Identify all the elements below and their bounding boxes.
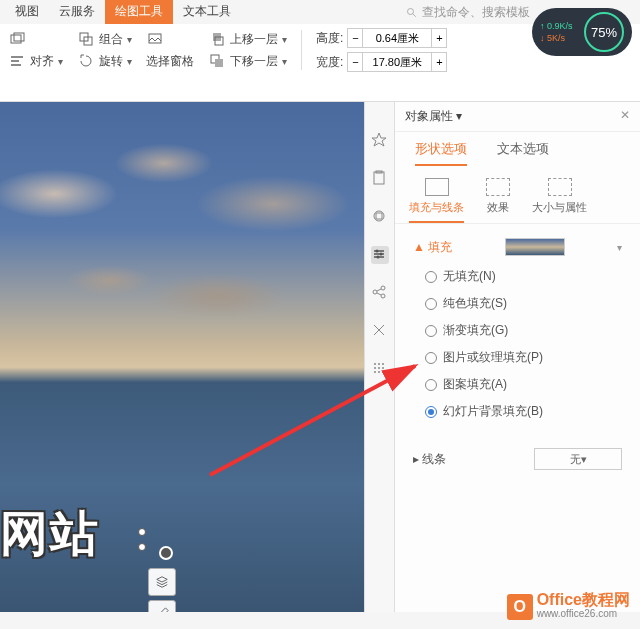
float-btn-layers[interactable] — [148, 568, 176, 596]
selection-handle[interactable] — [138, 543, 146, 551]
selection-handle-dark[interactable] — [159, 546, 173, 560]
tab-shape-options[interactable]: 形状选项 — [415, 140, 467, 166]
svg-point-32 — [382, 371, 384, 373]
subtab-size-props[interactable]: 大小与属性 — [532, 178, 587, 223]
side-tool-icon[interactable] — [371, 322, 389, 340]
send-backward-icon — [208, 52, 226, 70]
object-properties-panel: 对象属性 ▾ ✕ 形状选项 文本选项 填充与线条 效果 大小与属性 ▲ 填充 — [394, 102, 640, 612]
svg-point-25 — [378, 363, 380, 365]
svg-point-20 — [376, 256, 379, 259]
svg-point-31 — [378, 371, 380, 373]
height-increment[interactable]: + — [431, 28, 447, 48]
combine-label: 组合 — [99, 31, 123, 48]
combine-icon — [77, 30, 95, 48]
watermark-url: www.office26.com — [537, 607, 630, 621]
side-share-icon[interactable] — [371, 284, 389, 302]
tab-view[interactable]: 视图 — [5, 0, 49, 24]
svg-point-9 — [408, 8, 414, 14]
svg-point-24 — [374, 363, 376, 365]
svg-point-26 — [382, 363, 384, 365]
svg-point-22 — [381, 286, 385, 290]
width-decrement[interactable]: − — [347, 52, 363, 72]
svg-point-21 — [373, 290, 377, 294]
width-increment[interactable]: + — [431, 52, 447, 72]
svg-rect-14 — [374, 172, 384, 184]
speed-widget[interactable]: ↑ 0.9K/s ↓ 5K/s 75% — [532, 8, 632, 56]
side-star-icon[interactable] — [371, 132, 389, 150]
btn-selection-pane[interactable]: 选择窗格 — [146, 53, 194, 70]
bring-forward-icon — [208, 30, 226, 48]
shape-icon — [8, 30, 26, 48]
slide-title-text[interactable]: 网站 — [0, 502, 100, 566]
watermark: O Office教程网 www.office26.com — [507, 593, 630, 621]
svg-rect-17 — [376, 213, 382, 219]
dropdown-icon: ▾ — [282, 34, 287, 45]
side-clipboard-icon[interactable] — [371, 170, 389, 188]
height-decrement[interactable]: − — [347, 28, 363, 48]
selection-handle[interactable] — [138, 528, 146, 536]
svg-point-23 — [381, 294, 385, 298]
radio-picture-fill[interactable]: 图片或纹理填充(P) — [425, 349, 622, 366]
subtab-fill-line[interactable]: 填充与线条 — [409, 178, 464, 223]
subtab-effects[interactable]: 效果 — [486, 178, 510, 223]
panel-close-icon[interactable]: ✕ — [620, 108, 630, 125]
svg-point-29 — [382, 367, 384, 369]
align-label: 对齐 — [30, 53, 54, 70]
slide-canvas[interactable]: 网站 — [0, 102, 364, 612]
height-value[interactable]: 0.64厘米 — [363, 28, 431, 48]
btn-rotate-menu[interactable]: 旋转 ▾ — [77, 52, 132, 70]
side-icon-bar — [364, 102, 394, 612]
btn-combine-menu[interactable]: 组合 ▾ — [77, 30, 132, 48]
btn-bring-forward[interactable]: 上移一层 ▾ — [208, 30, 287, 48]
radio-gradient-fill[interactable]: 渐变填充(G) — [425, 322, 622, 339]
tab-texttools[interactable]: 文本工具 — [173, 0, 241, 24]
radio-no-fill[interactable]: 无填充(N) — [425, 268, 622, 285]
size-props-icon — [548, 178, 572, 196]
radio-pattern-fill[interactable]: 图案填充(A) — [425, 376, 622, 393]
width-value[interactable]: 17.80厘米 — [363, 52, 431, 72]
svg-point-19 — [379, 253, 382, 256]
svg-point-27 — [374, 367, 376, 369]
watermark-title: Office教程网 — [537, 593, 630, 607]
svg-point-18 — [375, 250, 378, 253]
side-settings-icon[interactable] — [371, 246, 389, 264]
widget-stats: ↑ 0.9K/s ↓ 5K/s — [540, 20, 573, 44]
btn-group-top[interactable] — [8, 30, 63, 48]
swatch-dropdown-icon[interactable]: ▾ — [617, 242, 622, 253]
effects-icon — [486, 178, 510, 196]
svg-rect-1 — [14, 33, 24, 41]
float-btn-brush[interactable] — [148, 600, 176, 612]
btn-align-menu[interactable]: 对齐 ▾ — [8, 52, 63, 70]
width-label: 宽度: — [316, 54, 343, 71]
svg-rect-0 — [11, 35, 21, 43]
watermark-logo-icon: O — [507, 594, 533, 620]
bring-forward-label: 上移一层 — [230, 31, 278, 48]
fill-line-icon — [425, 178, 449, 196]
svg-point-28 — [378, 367, 380, 369]
fill-preview-swatch[interactable] — [505, 238, 565, 256]
rotate-icon — [77, 52, 95, 70]
dropdown-icon: ▾ — [127, 56, 132, 67]
selpane-label: 选择窗格 — [146, 53, 194, 70]
widget-percent: 75% — [584, 12, 624, 52]
height-label: 高度: — [316, 30, 343, 47]
panel-title[interactable]: 对象属性 ▾ — [405, 108, 462, 125]
btn-send-backward[interactable]: 下移一层 ▾ — [208, 52, 287, 70]
side-grid-icon[interactable] — [371, 360, 389, 378]
tab-cloud[interactable]: 云服务 — [49, 0, 105, 24]
tab-text-options[interactable]: 文本选项 — [497, 140, 549, 166]
fill-section-title[interactable]: ▲ 填充 — [413, 239, 452, 256]
dropdown-icon: ▾ — [282, 56, 287, 67]
graphic-icon — [146, 31, 164, 49]
radio-solid-fill[interactable]: 纯色填充(S) — [425, 295, 622, 312]
search-command[interactable]: 查找命令、搜索模板 — [406, 4, 530, 21]
btn-graphic[interactable] — [146, 31, 194, 49]
send-backward-label: 下移一层 — [230, 53, 278, 70]
line-section-title[interactable]: ▸ 线条 — [413, 451, 446, 468]
radio-slidebg-fill[interactable]: 幻灯片背景填充(B) — [425, 403, 622, 420]
tab-drawtools[interactable]: 绘图工具 — [105, 0, 173, 24]
side-shapes-icon[interactable] — [371, 208, 389, 226]
svg-rect-8 — [215, 59, 223, 67]
svg-point-30 — [374, 371, 376, 373]
line-style-select[interactable]: 无 ▾ — [534, 448, 622, 470]
